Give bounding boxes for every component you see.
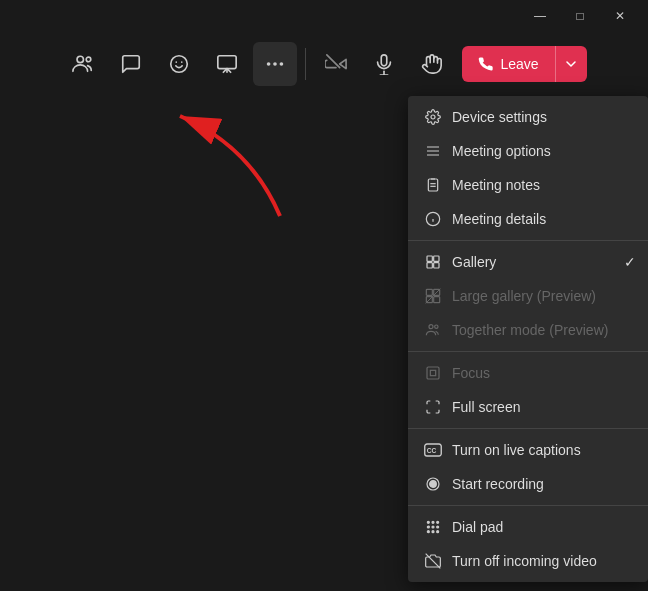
svg-point-2 xyxy=(171,56,188,73)
svg-point-32 xyxy=(435,325,438,328)
together-mode-icon xyxy=(424,321,442,339)
meeting-notes-icon xyxy=(424,176,442,194)
svg-line-30 xyxy=(426,289,441,304)
large-gallery-label: Large gallery (Preview) xyxy=(452,288,596,304)
menu-item-dial-pad[interactable]: Dial pad xyxy=(408,510,648,544)
leave-label: Leave xyxy=(500,56,538,72)
svg-rect-26 xyxy=(426,289,432,295)
chevron-down-icon xyxy=(566,59,576,69)
svg-point-9 xyxy=(280,62,284,66)
separator-4 xyxy=(408,240,648,241)
raise-hand-button[interactable] xyxy=(410,42,454,86)
svg-point-43 xyxy=(432,526,434,528)
together-mode-label: Together mode (Preview) xyxy=(452,322,608,338)
svg-rect-23 xyxy=(434,256,439,261)
menu-item-together-mode: Together mode (Preview) xyxy=(408,313,648,347)
svg-point-1 xyxy=(87,57,92,62)
svg-point-42 xyxy=(427,526,429,528)
reactions-button[interactable] xyxy=(157,42,201,86)
pointer-arrow xyxy=(50,106,290,226)
turn-off-video-label: Turn off incoming video xyxy=(452,553,597,569)
phone-end-icon xyxy=(478,56,494,72)
svg-point-45 xyxy=(427,531,429,533)
separator-11 xyxy=(408,428,648,429)
gallery-icon xyxy=(424,253,442,271)
title-bar: — □ ✕ xyxy=(0,0,648,32)
gallery-check: ✓ xyxy=(624,254,636,270)
svg-rect-34 xyxy=(430,370,435,375)
svg-rect-22 xyxy=(427,256,432,261)
svg-point-44 xyxy=(437,526,439,528)
svg-point-38 xyxy=(430,481,437,488)
focus-icon xyxy=(424,364,442,382)
divider xyxy=(305,48,306,80)
menu-item-live-captions[interactable]: CCTurn on live captions xyxy=(408,433,648,467)
separator-8 xyxy=(408,351,648,352)
svg-point-39 xyxy=(427,521,429,523)
fullscreen-icon xyxy=(424,398,442,416)
focus-label: Focus xyxy=(452,365,490,381)
dial-pad-label: Dial pad xyxy=(452,519,503,535)
start-recording-label: Start recording xyxy=(452,476,544,492)
turn-off-video-icon xyxy=(424,552,442,570)
live-captions-icon: CC xyxy=(424,441,442,459)
large-gallery-icon xyxy=(424,287,442,305)
svg-point-7 xyxy=(267,62,271,66)
menu-item-start-recording[interactable]: Start recording xyxy=(408,467,648,501)
svg-point-40 xyxy=(432,521,434,523)
live-captions-label: Turn on live captions xyxy=(452,442,581,458)
meeting-details-icon xyxy=(424,210,442,228)
meeting-details-label: Meeting details xyxy=(452,211,546,227)
close-button[interactable]: ✕ xyxy=(600,0,640,32)
chat-button[interactable] xyxy=(109,42,153,86)
menu-item-turn-off-video[interactable]: Turn off incoming video xyxy=(408,544,648,578)
menu-item-fullscreen[interactable]: Full screen xyxy=(408,390,648,424)
menu-item-meeting-notes[interactable]: Meeting notes xyxy=(408,168,648,202)
dial-pad-icon xyxy=(424,518,442,536)
svg-rect-24 xyxy=(427,263,432,268)
svg-point-8 xyxy=(274,62,278,66)
menu-item-meeting-options[interactable]: Meeting options xyxy=(408,134,648,168)
svg-point-0 xyxy=(77,56,83,62)
share-button[interactable] xyxy=(205,42,249,86)
svg-point-41 xyxy=(437,521,439,523)
start-recording-icon xyxy=(424,475,442,493)
svg-rect-5 xyxy=(218,56,236,69)
gallery-label: Gallery xyxy=(452,254,496,270)
dropdown-menu: Device settingsMeeting optionsMeeting no… xyxy=(408,96,648,582)
svg-point-14 xyxy=(431,115,435,119)
main-area: Device settingsMeeting optionsMeeting no… xyxy=(0,96,648,591)
menu-item-focus: Focus xyxy=(408,356,648,390)
svg-point-31 xyxy=(429,325,433,329)
menu-item-meeting-details[interactable]: Meeting details xyxy=(408,202,648,236)
device-settings-label: Device settings xyxy=(452,109,547,125)
maximize-button[interactable]: □ xyxy=(560,0,600,32)
leave-main[interactable]: Leave xyxy=(462,46,554,82)
svg-rect-29 xyxy=(434,297,440,303)
menu-item-large-gallery: Large gallery (Preview) xyxy=(408,279,648,313)
menu-item-gallery[interactable]: Gallery✓ xyxy=(408,245,648,279)
meeting-notes-label: Meeting notes xyxy=(452,177,540,193)
svg-line-48 xyxy=(426,554,441,569)
mic-button[interactable] xyxy=(362,42,406,86)
svg-point-46 xyxy=(432,531,434,533)
svg-rect-16 xyxy=(428,179,437,191)
svg-text:CC: CC xyxy=(427,447,437,454)
leave-dropdown-button[interactable] xyxy=(555,46,587,82)
svg-point-47 xyxy=(437,531,439,533)
svg-rect-33 xyxy=(427,367,439,379)
more-button[interactable] xyxy=(253,42,297,86)
toolbar: Leave xyxy=(0,32,648,96)
svg-rect-25 xyxy=(434,263,439,268)
separator-14 xyxy=(408,505,648,506)
people-button[interactable] xyxy=(61,42,105,86)
leave-button[interactable]: Leave xyxy=(462,46,586,82)
menu-item-device-settings[interactable]: Device settings xyxy=(408,100,648,134)
meeting-options-icon xyxy=(424,142,442,160)
camera-button[interactable] xyxy=(314,42,358,86)
minimize-button[interactable]: — xyxy=(520,0,560,32)
svg-rect-10 xyxy=(382,55,388,66)
meeting-options-label: Meeting options xyxy=(452,143,551,159)
device-settings-icon xyxy=(424,108,442,126)
fullscreen-label: Full screen xyxy=(452,399,520,415)
